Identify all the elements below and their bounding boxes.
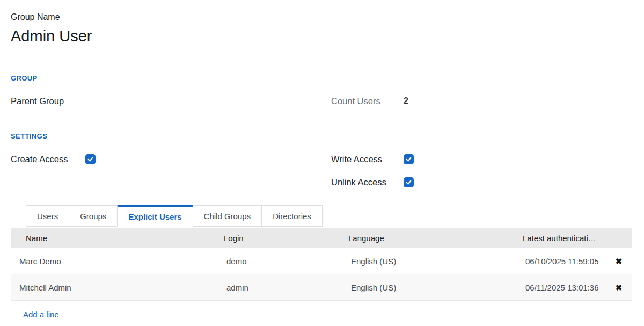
create-access-field-row: Create Access — [11, 149, 331, 169]
settings-section: Create Access Write Access Unlink Access — [0, 142, 644, 192]
create-access-checkbox[interactable] — [85, 154, 96, 164]
tab-directories[interactable]: Directories — [261, 205, 323, 227]
cell-name: Marc Demo — [11, 257, 223, 266]
check-icon — [87, 156, 94, 163]
cell-login: demo — [223, 257, 348, 266]
table-header-row: Name Login Language Latest authenticati… — [11, 228, 632, 248]
unlink-access-label: Unlink Access — [331, 177, 404, 187]
column-header-login[interactable]: Login — [223, 234, 348, 243]
write-access-checkbox[interactable] — [404, 154, 414, 164]
write-access-field-row: Write Access — [331, 149, 633, 169]
settings-section-title: SETTINGS — [11, 132, 633, 141]
write-access-label: Write Access — [331, 154, 404, 164]
add-a-line-link[interactable]: Add a line — [23, 310, 59, 319]
delete-row-icon[interactable]: ✖ — [616, 257, 623, 265]
page-title[interactable]: Admin User — [11, 27, 633, 45]
cell-actions: ✖ — [605, 283, 632, 292]
unlink-access-field-row: Unlink Access — [331, 172, 633, 192]
tab-groups[interactable]: Groups — [69, 205, 118, 227]
parent-group-input[interactable] — [85, 95, 331, 107]
count-users-value: 2 — [404, 96, 408, 106]
count-users-field-row: Count Users 2 — [331, 91, 633, 111]
table-row[interactable]: Mitchell Admin admin English (US) 06/11/… — [11, 274, 632, 301]
group-section-title: GROUP — [11, 74, 633, 83]
explicit-users-table: Name Login Language Latest authenticati…… — [11, 228, 632, 319]
title-block: Group Name Admin User — [0, 0, 644, 45]
add-line-row: Add a line — [11, 301, 632, 319]
table-row[interactable]: Marc Demo demo English (US) 06/10/2025 1… — [11, 248, 632, 274]
tab-child-groups[interactable]: Child Groups — [193, 205, 262, 227]
column-header-name[interactable]: Name — [11, 234, 223, 243]
parent-group-field-row: Parent Group — [11, 91, 331, 111]
group-name-label: Group Name — [11, 12, 633, 23]
delete-row-icon[interactable]: ✖ — [616, 284, 623, 292]
create-access-label: Create Access — [11, 154, 85, 164]
cell-name: Mitchell Admin — [11, 283, 223, 292]
check-icon — [405, 156, 412, 163]
cell-login: admin — [223, 283, 348, 292]
notebook-tabs: Users Groups Explicit Users Child Groups… — [26, 205, 633, 227]
tab-explicit-users[interactable]: Explicit Users — [117, 205, 193, 227]
unlink-access-checkbox[interactable] — [404, 177, 414, 187]
cell-actions: ✖ — [605, 257, 632, 266]
check-icon — [405, 179, 412, 186]
cell-language: English (US) — [348, 257, 522, 266]
cell-latest-authentication: 06/10/2025 11:59:05 — [522, 257, 605, 266]
parent-group-label: Parent Group — [11, 96, 85, 106]
group-section: Parent Group Count Users 2 — [0, 84, 644, 111]
tab-users[interactable]: Users — [26, 205, 69, 227]
cell-language: English (US) — [348, 283, 522, 292]
column-header-latest-authentication[interactable]: Latest authenticati… — [522, 234, 605, 243]
cell-latest-authentication: 06/11/2025 13:01:36 — [522, 283, 605, 292]
column-header-language[interactable]: Language — [348, 234, 522, 243]
count-users-label: Count Users — [331, 96, 404, 106]
